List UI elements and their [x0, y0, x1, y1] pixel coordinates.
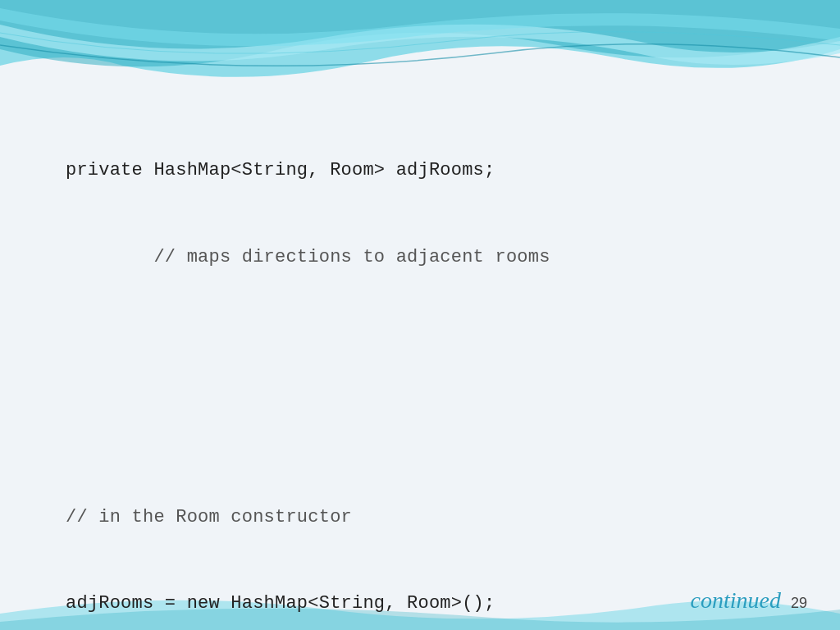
blank-line-2	[66, 416, 774, 445]
code-line-1: private HashMap<String, Room> adjRooms;	[66, 156, 774, 185]
code-line-2: // maps directions to adjacent rooms	[66, 243, 774, 272]
blank-line-1	[66, 330, 774, 358]
page-number: 29	[791, 595, 807, 612]
slide-footer: continued 29	[691, 587, 807, 614]
continued-label: continued	[691, 587, 781, 614]
code-block: private HashMap<String, Room> adjRooms; …	[66, 98, 774, 630]
slide-content: private HashMap<String, Room> adjRooms; …	[66, 98, 774, 564]
code-line-5: // in the Room constructor	[66, 503, 774, 532]
code-line-6: adjRooms = new HashMap<String, Room>();	[66, 589, 774, 618]
wave-top-decoration	[0, 0, 840, 98]
